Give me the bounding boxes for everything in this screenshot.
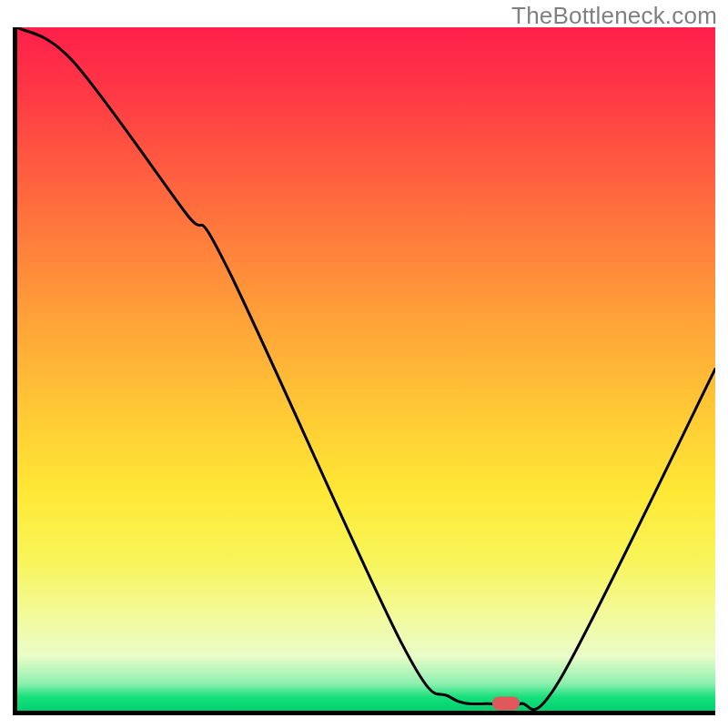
optimal-point-marker [492, 697, 520, 711]
plot-inner [17, 27, 715, 711]
watermark-text: TheBottleneck.com [511, 2, 717, 30]
chart-container: TheBottleneck.com [0, 0, 728, 728]
plot-area [13, 27, 715, 715]
bottleneck-curve [17, 27, 715, 711]
